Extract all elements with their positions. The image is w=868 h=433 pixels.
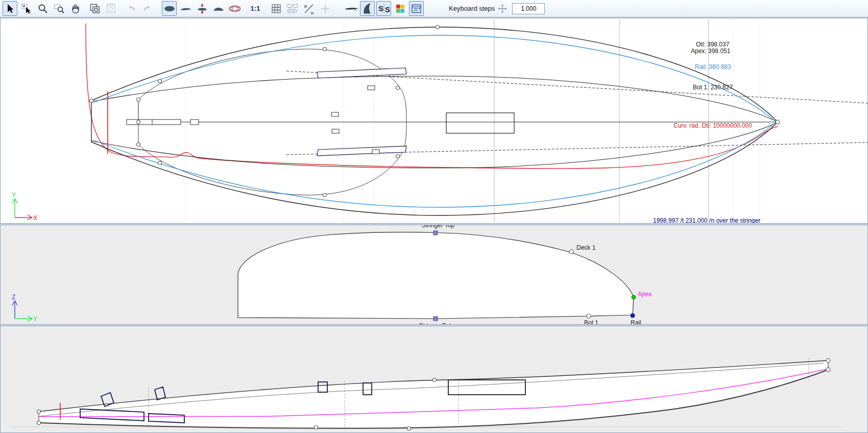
- board-profile-icon: [344, 3, 358, 14]
- color-panels-button[interactable]: [393, 1, 407, 16]
- guideline-icon: [303, 3, 315, 14]
- bot1-measure-label: Bot 1: 230.627: [693, 84, 733, 91]
- section-view-panel[interactable]: Z Y Stringer Top Deck 1 Apex Bot 1 Rail …: [0, 225, 868, 325]
- toolbar: 1:1: [0, 0, 868, 17]
- measurements-icon: [286, 3, 299, 14]
- flow-lines-button[interactable]: S S: [376, 1, 391, 16]
- board-profile-button[interactable]: [344, 1, 358, 16]
- marquee-select-button[interactable]: [19, 1, 34, 16]
- curv-rad-label: Curv. rad. Otl: 10000000.000: [673, 122, 752, 129]
- keyboard-steps-label: Keyboard steps: [449, 5, 495, 12]
- svg-text:S: S: [385, 5, 390, 14]
- section-apex-icon: [196, 3, 208, 14]
- stringer-top-label: Stringer Top: [415, 225, 461, 229]
- rail-measure-label: Rail: 360.883: [695, 63, 731, 70]
- hand-icon: [70, 3, 81, 14]
- section-canvas[interactable]: Z Y: [1, 225, 867, 324]
- pan-button[interactable]: [68, 1, 83, 16]
- color-squares-icon: [395, 3, 406, 14]
- section-view-button[interactable]: [195, 1, 209, 16]
- slice-view-button[interactable]: [211, 1, 226, 16]
- svg-text:Z: Z: [12, 294, 15, 301]
- wireframe-view-button[interactable]: [227, 1, 242, 16]
- properties-panel-icon: [411, 3, 423, 14]
- slice-dome-icon: [212, 3, 225, 14]
- apex-measure-label: Apex: 398.051: [691, 47, 730, 55]
- side-view-panel[interactable]: [0, 326, 868, 433]
- bot1-handle: [587, 314, 591, 318]
- deck1-label: Deck 1: [576, 244, 595, 251]
- undo-icon-disabled: [126, 3, 137, 14]
- zoom-window-icon: [54, 3, 65, 14]
- redo-icon-disabled: [142, 3, 153, 14]
- stringer-top-handle: [433, 231, 438, 235]
- rail-label: Rail: [631, 319, 641, 325]
- fin-icon: [361, 3, 374, 15]
- cursor-icon: [5, 3, 16, 14]
- redo-button[interactable]: [140, 1, 155, 16]
- crosshair-icon-disabled: [320, 3, 331, 14]
- curvature-curve: [86, 23, 778, 169]
- measurements-button[interactable]: [285, 1, 300, 16]
- rail-fin-plugs[interactable]: [317, 68, 406, 156]
- copy-photo-icon: [89, 3, 101, 14]
- copy-view-button[interactable]: [87, 1, 102, 16]
- section-shape: [238, 232, 634, 319]
- undo-button[interactable]: [124, 1, 138, 16]
- paste-photo-icon-disabled: [106, 3, 117, 14]
- guideline-button[interactable]: [301, 1, 316, 16]
- stringer-bot-handle: [433, 317, 438, 321]
- paste-view-button[interactable]: [104, 1, 118, 16]
- center-marker-button[interactable]: [318, 1, 332, 16]
- zoom-window-button[interactable]: [52, 1, 66, 16]
- hatch-box[interactable]: [446, 113, 514, 133]
- svg-text:Y: Y: [33, 316, 37, 323]
- zy-axis-gizmo: Z Y: [12, 294, 37, 323]
- magnifier-icon: [37, 3, 49, 14]
- center-fin-plugs[interactable]: [331, 86, 379, 154]
- side-board-fill: [39, 360, 828, 428]
- zoom-button[interactable]: [35, 1, 50, 16]
- grid-icon: [271, 3, 282, 14]
- keyboard-steps-input[interactable]: [512, 3, 545, 14]
- select-tool-button[interactable]: [3, 1, 17, 16]
- svg-text:Y: Y: [12, 191, 16, 199]
- bot1-label: Bot 1: [584, 319, 598, 325]
- side-view-canvas[interactable]: [1, 326, 867, 432]
- outline-view-button[interactable]: [162, 1, 177, 16]
- stringer-bot-label: Stringer Bot: [412, 322, 458, 325]
- xy-axis-gizmo: Y X: [12, 191, 37, 222]
- rail-handle: [631, 314, 635, 318]
- scale-1-1-button[interactable]: 1:1: [247, 1, 263, 16]
- move-steps-icon[interactable]: [498, 4, 507, 13]
- rocker-view-button[interactable]: [178, 1, 193, 16]
- top-view-panel[interactable]: Y X Otl: 398.037 Apex: 398.051 Rail: 360…: [0, 18, 868, 224]
- outline-ellipse-icon: [163, 3, 176, 14]
- rocker-curve-icon: [180, 3, 192, 14]
- otl-measure-label: Otl: 398.037: [696, 41, 729, 48]
- flow-s-icon: S S: [377, 3, 391, 15]
- fins-button[interactable]: [360, 1, 375, 16]
- wireframe-ellipse-icon: [228, 3, 242, 14]
- top-view-canvas[interactable]: Y X: [1, 18, 867, 223]
- svg-text:S: S: [378, 4, 383, 13]
- apex-handle: [632, 295, 636, 299]
- grid-button[interactable]: [269, 1, 283, 16]
- deck1-handle: [569, 250, 573, 254]
- control-points[interactable]: [90, 26, 780, 197]
- svg-text:X: X: [33, 214, 37, 222]
- apex-label: Apex: [638, 291, 652, 298]
- properties-panel-button[interactable]: [409, 1, 424, 16]
- fin-axis-lines: [286, 71, 867, 155]
- cursor-position-status: 1998.997 /t 231.000 /n over the stringer: [653, 217, 760, 224]
- marquee-cursor-icon: [21, 3, 32, 14]
